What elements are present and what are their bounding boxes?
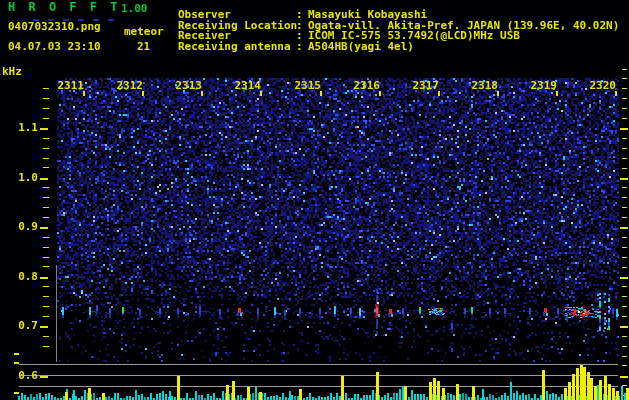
app-title: H R O F F T (8, 2, 120, 13)
freq-tick-label: 0.9 (12, 221, 38, 232)
time-tick-label: 2319 (528, 80, 557, 91)
time-tick-label: 2315 (292, 80, 321, 91)
freq-tick-label: 0.6 (12, 370, 38, 381)
hrofft-screen: H R O F F T 1.00 0407032310.png meteor 0… (0, 0, 629, 400)
mode-label: meteor (124, 26, 164, 37)
time-tick-label: 2311 (55, 80, 84, 91)
time-tick-label: 2312 (114, 80, 143, 91)
time-tick-label: 2314 (232, 80, 261, 91)
time-tick-label: 2317 (410, 80, 439, 91)
colon: : (296, 41, 303, 52)
antenna-label: Receiving antenna (178, 41, 291, 52)
meteor-count: 21 (137, 41, 150, 52)
antenna-value: A504HB(yagi 4el) (308, 41, 414, 52)
time-tick-label: 2320 (587, 80, 616, 91)
time-tick-label: 2313 (173, 80, 202, 91)
freq-tick-label: 1.0 (12, 172, 38, 183)
app-version: 1.00 (121, 3, 148, 14)
capture-filename: 0407032310.png (8, 21, 101, 32)
capture-datetime: 04.07.03 23:10 (8, 41, 101, 52)
time-tick-label: 2318 (469, 80, 498, 91)
freq-tick-label: 0.7 (12, 320, 38, 331)
freq-tick-label: 1.1 (12, 122, 38, 133)
time-tick-label: 2316 (351, 80, 380, 91)
spectrogram-canvas (0, 0, 629, 400)
freq-axis-unit: kHz (2, 66, 22, 77)
freq-tick-label: 0.8 (12, 271, 38, 282)
